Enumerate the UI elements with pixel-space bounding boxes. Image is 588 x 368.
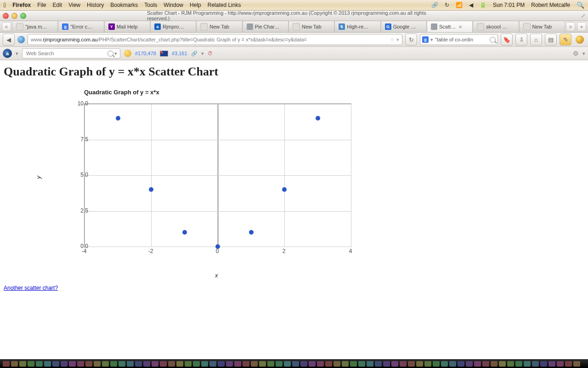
chart-title: Quadratic Graph of y = x*x bbox=[84, 89, 159, 96]
fullscreen-icon[interactable]: ⤢ bbox=[581, 13, 585, 19]
tab[interactable]: aRjmpro… bbox=[150, 21, 196, 32]
tab-favicon bbox=[477, 23, 484, 30]
chart-point bbox=[282, 187, 287, 192]
tab-favicon bbox=[523, 23, 531, 30]
toolbar-btn-2[interactable]: ▤ bbox=[545, 34, 557, 46]
toolbar-globe-icon[interactable] bbox=[574, 34, 585, 45]
app-name[interactable]: Firefox bbox=[12, 2, 31, 8]
wifi-icon[interactable]: 📶 bbox=[456, 2, 463, 8]
tab-favicon: Y bbox=[108, 23, 115, 30]
tab-favicon: G bbox=[385, 23, 391, 30]
tab[interactable]: New Tab bbox=[519, 21, 565, 32]
spotlight-icon[interactable]: 🔍 bbox=[577, 1, 584, 9]
tab[interactable]: YMail Help bbox=[104, 21, 150, 32]
toolbar-btn-3[interactable]: ✎ bbox=[560, 34, 571, 46]
tab-favicon: ↯ bbox=[339, 23, 345, 30]
search-box[interactable]: g ▾ "table of co-ordin bbox=[420, 34, 498, 45]
chart-ytick: 2.5 bbox=[80, 207, 88, 214]
menu-view[interactable]: View bbox=[68, 2, 80, 8]
bookmark-star-icon[interactable]: ☆ bbox=[390, 37, 395, 43]
google-engine-icon[interactable]: g bbox=[422, 36, 429, 43]
battery-icon[interactable]: 🔋 bbox=[480, 2, 486, 8]
menu-help[interactable]: Help bbox=[190, 2, 201, 8]
alexa-search-input[interactable] bbox=[25, 50, 107, 57]
menu-window[interactable]: Window bbox=[164, 2, 183, 8]
tab-label: New Tab bbox=[532, 24, 552, 29]
menu-edit[interactable]: Edit bbox=[52, 2, 62, 8]
tab[interactable]: ↯High-re… bbox=[334, 21, 380, 32]
alexa-link-icon[interactable]: 🔗 bbox=[191, 51, 198, 57]
chart-xtick: -4 bbox=[82, 248, 87, 254]
nav-toolbar: ◀ www.rjmprogramming.com.au/PHP/ScatterC… bbox=[0, 33, 588, 47]
chart-xtick: 0 bbox=[216, 248, 219, 254]
volume-icon[interactable]: ◀ bbox=[469, 2, 473, 8]
chart-ylabel: y bbox=[35, 176, 42, 179]
apple-menu-icon[interactable]:  bbox=[4, 1, 6, 9]
search-icon[interactable] bbox=[490, 37, 496, 43]
tab-label: New Tab bbox=[302, 24, 322, 29]
tab-favicon bbox=[247, 23, 253, 30]
tab-close-icon[interactable]: ✕ bbox=[458, 24, 462, 29]
alexa-globe-icon bbox=[124, 50, 131, 57]
chart-ytick: 5.0 bbox=[80, 172, 88, 178]
alexa-icon[interactable]: a bbox=[3, 49, 12, 58]
menu-tools[interactable]: Tools bbox=[144, 2, 157, 8]
menubar-user[interactable]: Robert Metcalfe bbox=[531, 2, 570, 8]
url-path: /PHP/ScatterChart/scatter_chart.php?titl… bbox=[97, 37, 306, 42]
zoom-window-button[interactable] bbox=[20, 13, 26, 19]
bluetooth-icon[interactable]: 🔗 bbox=[431, 2, 438, 8]
tab-scroll-right-button[interactable]: > bbox=[566, 22, 575, 31]
minimize-window-button[interactable] bbox=[11, 13, 17, 19]
chart-point bbox=[149, 187, 153, 192]
tab-label: Rjmpro… bbox=[163, 24, 184, 29]
tab[interactable]: skoool … bbox=[473, 21, 519, 32]
chart-xlabel: x bbox=[215, 272, 218, 279]
new-tab-button[interactable]: + bbox=[577, 22, 586, 31]
site-identity-icon[interactable] bbox=[17, 36, 25, 43]
chart-xtick: 4 bbox=[349, 248, 352, 254]
downloads-button[interactable]: ⇩ bbox=[515, 34, 527, 46]
menu-related-links[interactable]: Related Links bbox=[208, 2, 241, 8]
back-button[interactable]: ◀ bbox=[3, 34, 15, 46]
home-button[interactable]: ⌂ bbox=[530, 34, 542, 46]
alexa-stopwatch-icon[interactable]: ⏱ bbox=[208, 51, 213, 56]
tab-label: Mail Help bbox=[117, 24, 138, 29]
tab-favicon: a bbox=[154, 23, 161, 30]
tab-scroll-left-button[interactable]: < bbox=[2, 22, 11, 31]
chart-xtick: -2 bbox=[148, 248, 153, 254]
tab-favicon bbox=[200, 23, 208, 30]
tab[interactable]: g"Error c… bbox=[58, 21, 104, 32]
address-bar[interactable]: www.rjmprogramming.com.au/PHP/ScatterCha… bbox=[28, 34, 402, 45]
alexa-settings-icon[interactable]: ⚙ bbox=[573, 50, 579, 57]
tab-label: Pie Char… bbox=[255, 24, 280, 29]
alexa-search-icon[interactable] bbox=[107, 51, 113, 57]
another-scatter-chart-link[interactable]: Another scatter chart? bbox=[4, 285, 58, 291]
chart-ytick: 7.5 bbox=[80, 136, 88, 143]
tab[interactable]: Pie Char… bbox=[243, 21, 288, 32]
page-title: Quadratic Graph of y = x*x Scatter Chart bbox=[4, 65, 584, 79]
search-value: "table of co-ordin bbox=[435, 37, 488, 42]
alexa-global-rank[interactable]: #170,478 bbox=[135, 51, 156, 56]
chart-point bbox=[116, 116, 120, 121]
reload-button[interactable]: ↻ bbox=[405, 34, 417, 46]
menu-history[interactable]: History bbox=[87, 2, 104, 8]
tab[interactable]: Scatt…✕ bbox=[427, 21, 473, 32]
chart-point bbox=[249, 230, 254, 235]
close-window-button[interactable] bbox=[3, 13, 9, 19]
tab-favicon: g bbox=[62, 23, 68, 30]
tab[interactable]: New Tab bbox=[288, 21, 334, 32]
tab[interactable]: "java m… bbox=[12, 21, 58, 32]
tab[interactable]: New Tab bbox=[196, 21, 242, 32]
mac-menubar:  Firefox File Edit View History Bookmar… bbox=[0, 0, 588, 11]
toolbar-btn-1[interactable]: 🔖 bbox=[501, 34, 513, 46]
menu-bookmarks[interactable]: Bookmarks bbox=[110, 2, 138, 8]
menu-file[interactable]: File bbox=[37, 2, 46, 8]
menubar-clock[interactable]: Sun 7:01 PM bbox=[493, 2, 525, 8]
alexa-country-rank[interactable]: #3,161 bbox=[172, 51, 187, 56]
tab-label: Google … bbox=[393, 24, 416, 29]
tab[interactable]: GGoogle … bbox=[381, 21, 427, 32]
tab-label: skoool … bbox=[486, 24, 507, 29]
timemachine-icon[interactable]: ↻ bbox=[445, 2, 449, 8]
url-dropdown-icon[interactable]: ▾ bbox=[396, 37, 399, 43]
alexa-search-box[interactable]: ▾ bbox=[22, 48, 120, 58]
